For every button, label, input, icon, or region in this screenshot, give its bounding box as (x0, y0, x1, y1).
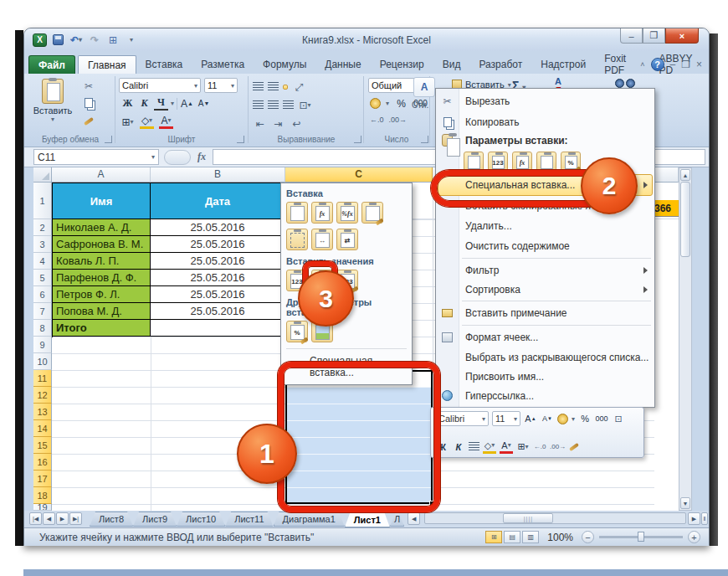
table-cell[interactable]: 25.05.2016 (151, 303, 285, 320)
mini-decrease-decimal-icon[interactable]: .00→ (550, 440, 566, 454)
context-menu-define-name[interactable]: Присвоить имя... (436, 367, 654, 386)
save-button[interactable] (50, 33, 65, 47)
insert-function-button[interactable]: fx (197, 151, 206, 163)
row-header-8[interactable]: 8 (33, 320, 52, 337)
paste-transpose-icon[interactable] (536, 152, 556, 172)
table-cell[interactable]: Парфенов Д. Ф. (53, 270, 151, 286)
touch-mode-button[interactable]: ⊞ (105, 33, 120, 47)
underline-dropdown-icon[interactable]: ▾ (171, 100, 174, 107)
sheet-tab-list10[interactable]: Лист10 (177, 512, 225, 527)
context-menu-hyperlink[interactable]: Гиперссылка... (436, 386, 654, 405)
sheet-tab-diagram1[interactable]: Диаграмма1 (274, 512, 345, 527)
collapse-ribbon-icon[interactable]: ˄ (640, 60, 644, 69)
paste-keep-column-width-icon[interactable]: ↔ (311, 229, 333, 250)
tab-file[interactable]: Файл (28, 55, 75, 74)
paste-formatting-icon[interactable]: % (561, 152, 581, 172)
wrap-text-icon[interactable]: ↩ (290, 116, 304, 131)
orientation-button[interactable]: ⤢ (292, 80, 306, 94)
tab-formulas[interactable]: Формулы (254, 55, 315, 74)
font-size-combo[interactable]: 11▾ (204, 78, 238, 93)
paste-formulas-number-formatting-icon[interactable]: %fx (336, 202, 358, 224)
alignment-dialog-launcher-icon[interactable] (354, 136, 361, 143)
shrink-font-button[interactable]: A▼ (197, 96, 211, 111)
sheet-tab-list1-active[interactable]: Лист1 (345, 512, 390, 527)
font-color-button[interactable]: А▾ (159, 115, 173, 129)
row-header-4[interactable]: 4 (33, 253, 52, 270)
row-header-10[interactable]: 10 (33, 353, 52, 370)
table-header-date[interactable]: Дата (151, 183, 285, 219)
context-menu-pick-from-list[interactable]: Выбрать из раскрывающегося списка... (436, 347, 654, 367)
zoom-in-button[interactable]: + (688, 531, 700, 543)
sheet-tab-list11[interactable]: Лист11 (225, 512, 273, 527)
table-cell[interactable]: Коваль Л. П. (53, 253, 151, 270)
table-cell[interactable]: 25.05.2016 (151, 253, 285, 270)
cut-button[interactable]: ✂ (80, 79, 97, 94)
context-menu-cut[interactable]: ✂ Вырезать (436, 90, 654, 111)
page-layout-view-icon[interactable]: ▤ (504, 531, 520, 543)
table-footer[interactable]: Итого (53, 320, 151, 337)
format-painter-button[interactable] (80, 114, 97, 129)
merge-center-button[interactable]: ⊡▾ (298, 98, 312, 112)
table-cell[interactable]: Петров Ф. Л. (53, 286, 151, 303)
table-header-name[interactable]: Имя (53, 183, 151, 219)
undo-button[interactable]: ↶▾ (69, 33, 84, 47)
scroll-up-icon[interactable]: ▲ (680, 169, 690, 181)
table-cell[interactable]: 25.05.2016 (151, 270, 285, 286)
decrease-decimal-icon[interactable]: .00→ (389, 116, 408, 124)
row-header-11[interactable]: 11 (33, 370, 52, 387)
tab-split-handle[interactable]: ‖ (701, 512, 708, 525)
paste-icon[interactable] (286, 202, 308, 224)
accounting-format-icon[interactable] (370, 98, 381, 109)
table-cell[interactable]: 25.05.2016 (151, 286, 285, 303)
horizontal-scroll-thumb[interactable]: |||| (503, 513, 553, 523)
zoom-slider[interactable] (599, 536, 683, 538)
increase-decimal-icon[interactable]: ←.0 (370, 116, 384, 124)
align-center-icon[interactable] (268, 100, 279, 110)
vertical-scrollbar[interactable]: ▲ ▼ (679, 167, 692, 511)
mini-italic-button[interactable]: К (452, 440, 465, 454)
tab-review[interactable]: Рецензир (371, 55, 433, 74)
sheet-tab-partial[interactable]: Л (390, 512, 404, 527)
help-icon[interactable]: ? (651, 58, 664, 71)
borders-button[interactable]: ⊞▾ (120, 115, 135, 129)
select-all-corner[interactable] (33, 167, 52, 183)
workbook-restore-icon[interactable]: ❒ (681, 59, 690, 70)
minimize-button[interactable]: – (620, 28, 643, 44)
paste-keep-source-formatting-icon[interactable] (361, 202, 383, 224)
page-break-view-icon[interactable]: ▥ (522, 531, 539, 543)
zoom-level[interactable]: 100% (547, 532, 573, 543)
context-menu-filter[interactable]: Фильтр (436, 260, 654, 280)
row-header-5[interactable]: 5 (33, 270, 52, 286)
context-menu-format-cells[interactable]: Формат ячеек... (436, 327, 654, 347)
sheet-tab-list9[interactable]: Лист9 (133, 512, 177, 527)
column-header-a[interactable]: A (52, 167, 151, 183)
mini-fill-color-button[interactable]: ◇▾ (483, 440, 496, 454)
underline-button[interactable]: Ч (154, 96, 168, 111)
tab-scroll-right-icon[interactable]: ▶ (688, 512, 700, 525)
tab-insert[interactable]: Вставка (136, 55, 192, 74)
grow-font-button[interactable]: A▲ (180, 96, 194, 111)
tab-page-layout[interactable]: Разметка (192, 55, 254, 74)
table-cell[interactable]: Сафронова В. М. (53, 236, 151, 253)
copy-button[interactable] (80, 95, 97, 111)
last-sheet-icon[interactable]: ▶| (69, 512, 82, 525)
mini-increase-decimal-icon[interactable]: ←.0 (533, 440, 546, 454)
vertical-scroll-thumb[interactable] (680, 182, 690, 257)
next-sheet-icon[interactable]: ▶ (56, 512, 69, 525)
paste-formulas-icon[interactable]: fx (512, 152, 532, 172)
column-header-b[interactable]: B (151, 167, 285, 183)
context-menu-clear-contents[interactable]: Очистить содержимое (436, 236, 654, 256)
fill-color-button[interactable]: ◇▾ (140, 115, 154, 129)
paste-formulas-icon[interactable]: fx (311, 202, 333, 224)
align-left-icon[interactable] (253, 100, 264, 110)
mini-font-color-button[interactable]: А▾ (500, 440, 513, 454)
context-menu-insert-note[interactable]: Вставить примечание (436, 303, 654, 323)
context-menu-copy[interactable]: Копировать (436, 111, 654, 132)
mini-borders-button[interactable]: ⊞▾ (516, 440, 530, 454)
increase-indent-icon[interactable]: ⇥ (271, 116, 285, 131)
tab-data[interactable]: Данные (315, 55, 370, 74)
row-header-19[interactable]: 19 (33, 504, 52, 511)
zoom-out-button[interactable]: − (582, 531, 594, 543)
redo-button[interactable]: ↷ (87, 33, 102, 47)
excel-logo-icon[interactable]: X (33, 33, 47, 47)
